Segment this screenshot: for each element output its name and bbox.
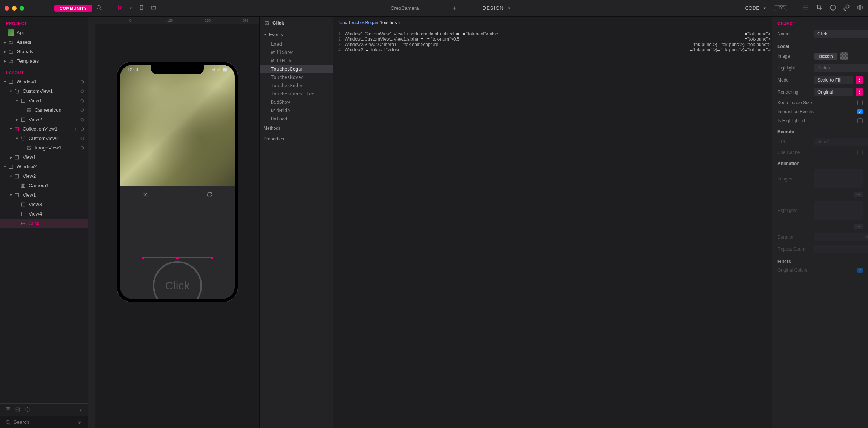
circle-icon[interactable] <box>80 117 85 122</box>
name-input[interactable] <box>814 30 868 38</box>
tree-row-collectionview1[interactable]: ▼CollectionView1 <box>0 124 88 134</box>
refresh-icon[interactable] <box>206 192 212 199</box>
list-view-icon[interactable] <box>802 4 809 12</box>
disclosure-icon[interactable]: ▼ <box>8 127 14 131</box>
tree-row-view4[interactable]: View4 <box>0 209 88 219</box>
tree-row-imageview1[interactable]: ImageView1 <box>0 143 88 152</box>
stepper-icon[interactable]: ▲▼ <box>856 76 863 84</box>
original-colors-checkbox[interactable] <box>857 268 863 273</box>
code-line[interactable]: 1Window1.CustomView1.View1.userInteracti… <box>333 31 772 37</box>
circle-icon[interactable] <box>80 136 85 141</box>
highlighted-checkbox[interactable] <box>857 118 863 123</box>
event-touchescancelled[interactable]: TouchesCancelled <box>260 90 333 98</box>
search-input[interactable] <box>14 419 77 425</box>
tree-row-cameraicon[interactable]: CameraIcon <box>0 105 88 115</box>
close-icon[interactable] <box>142 192 148 199</box>
code-editor[interactable]: func TouchesBegan (touches ) 1Window1.Cu… <box>333 17 772 428</box>
tree-row-click[interactable]: Click <box>0 219 88 228</box>
url-input[interactable] <box>814 138 868 146</box>
chevron-down-icon[interactable]: ▼ <box>79 408 82 412</box>
design-canvas[interactable]: 0 126 253 379 12:03 •ıl ⚡ ▮▮ <box>88 17 260 428</box>
interaction-checkbox[interactable] <box>857 109 863 114</box>
circle-icon[interactable] <box>80 80 85 84</box>
design-mode-dropdown[interactable]: DESIGN ▼ <box>483 5 511 11</box>
use-cache-checkbox[interactable] <box>857 150 863 155</box>
highlights-box[interactable] <box>814 201 863 220</box>
tree-row-window1[interactable]: ▼Window1 <box>0 77 88 86</box>
event-touchesmoved[interactable]: TouchesMoved <box>260 73 333 82</box>
hexagon-icon[interactable] <box>830 4 836 12</box>
duration-input[interactable] <box>814 233 868 241</box>
keep-size-checkbox[interactable] <box>857 100 863 105</box>
play-button[interactable] <box>117 5 123 12</box>
minimize-window-button[interactable] <box>12 6 17 11</box>
tree-row-view2[interactable]: ▼View2 <box>0 171 88 181</box>
tree-row-camera1[interactable]: Camera1 <box>0 181 88 190</box>
disclosure-icon[interactable]: ▼ <box>14 99 20 103</box>
repeat-input[interactable] <box>814 245 868 253</box>
properties-group[interactable]: Properties + <box>260 134 333 144</box>
tree-row-view1[interactable]: ▶View1 <box>0 152 88 162</box>
tree-row-customview1[interactable]: ▼CustomView1 <box>0 86 88 96</box>
disclosure-icon[interactable]: ▼ <box>14 137 20 140</box>
add-tab-button[interactable]: + <box>452 5 456 12</box>
close-window-button[interactable] <box>5 6 9 11</box>
disclosure-icon[interactable]: ▼ <box>8 89 14 93</box>
stack-view-icon[interactable] <box>15 407 20 413</box>
more-button[interactable]: ••• <box>854 224 863 229</box>
device-icon[interactable] <box>139 5 145 12</box>
link-icon[interactable] <box>843 4 850 12</box>
tree-row-customview2[interactable]: ▼CustomView2 <box>0 134 88 143</box>
more-button[interactable]: ••• <box>854 192 863 197</box>
event-load[interactable]: Load <box>260 40 333 48</box>
add-property-button[interactable]: + <box>326 136 329 142</box>
event-unload[interactable]: Unload <box>260 115 333 123</box>
add-method-button[interactable]: + <box>326 126 329 131</box>
click-button[interactable]: Click <box>153 261 202 299</box>
tree-app[interactable]: App <box>0 28 88 37</box>
tree-row-view1[interactable]: ▼View1 <box>0 96 88 105</box>
tree-templates[interactable]: ▶ Templates <box>0 56 88 66</box>
disclosure-icon[interactable]: ▼ <box>8 174 14 178</box>
mode-dropdown[interactable]: Scale to Fill <box>814 76 853 84</box>
search-icon[interactable] <box>96 5 102 12</box>
code-line[interactable]: 3Window2.View2.Camera1. = "tok-call">cap… <box>333 42 772 47</box>
event-touchesbegan[interactable]: TouchesBegan <box>260 65 333 73</box>
tree-row-window2[interactable]: ▼Window2 <box>0 162 88 171</box>
images-box[interactable] <box>814 169 863 188</box>
cube-icon[interactable] <box>25 407 30 413</box>
disclosure-icon[interactable]: ▼ <box>2 80 8 84</box>
tree-globals[interactable]: ▶ Globals <box>0 47 88 56</box>
image-chip[interactable]: clickbtn <box>814 53 837 60</box>
circle-icon[interactable] <box>80 108 85 112</box>
circle-icon[interactable] <box>80 146 85 150</box>
disclosure-icon[interactable]: ▶ <box>14 118 20 122</box>
search-box[interactable] <box>0 416 88 428</box>
circle-icon[interactable] <box>80 89 85 94</box>
filter-icon[interactable] <box>77 420 82 425</box>
event-didhide[interactable]: DidHide <box>260 106 333 115</box>
code-mode-dropdown[interactable]: CODE ▼ <box>745 5 766 11</box>
events-group[interactable]: ▼ Events <box>260 29 333 40</box>
event-didshow[interactable]: DidShow <box>260 98 333 106</box>
play-dropdown-icon[interactable]: ▼ <box>129 6 132 10</box>
maximize-window-button[interactable] <box>20 6 24 11</box>
tree-row-view3[interactable]: View3 <box>0 200 88 209</box>
log-button[interactable]: LOG <box>774 5 787 11</box>
code-line[interactable]: 2Window1.CustomView1.View1.alpha = = "to… <box>333 37 772 42</box>
highlight-input[interactable] <box>814 64 868 72</box>
eye-icon[interactable] <box>857 4 863 12</box>
code-line[interactable]: 4Window2. = "tok-call">close = "tok-punc… <box>333 47 772 52</box>
tree-row-view1[interactable]: ▼View1 <box>0 190 88 200</box>
stepper-icon[interactable]: ▲▼ <box>856 88 863 96</box>
rendering-dropdown[interactable]: Original <box>814 88 853 96</box>
crop-icon[interactable] <box>816 4 823 12</box>
event-touchesended[interactable]: TouchesEnded <box>260 82 333 90</box>
circle-icon[interactable] <box>80 127 85 131</box>
tree-row-view2[interactable]: ▶View2 <box>0 115 88 124</box>
disclosure-icon[interactable]: ▶ <box>8 155 14 159</box>
folder-icon[interactable] <box>151 5 157 12</box>
tree-assets[interactable]: ▶ Assets <box>0 37 88 47</box>
grid-view-icon[interactable] <box>5 407 11 413</box>
community-badge[interactable]: COMMUNITY <box>54 5 92 12</box>
